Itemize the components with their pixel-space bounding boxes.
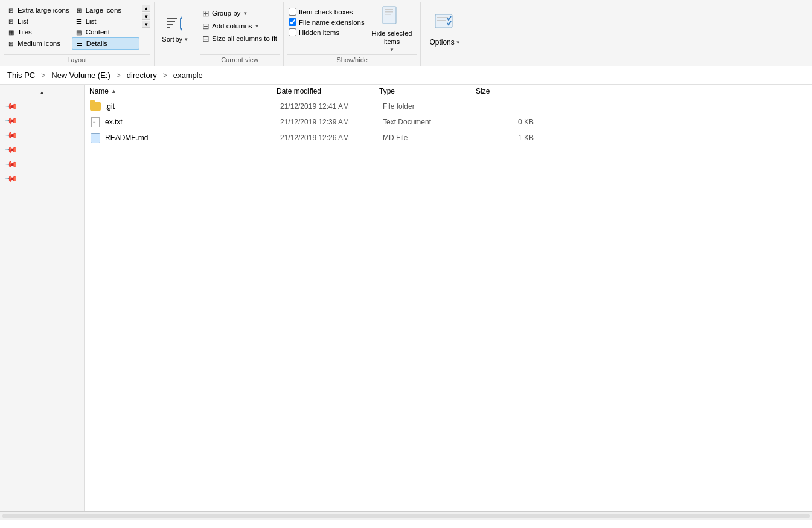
hide-selected-button[interactable]: Hide selecteditems ▼ [367,5,417,53]
group-by-button[interactable]: ⊞ Group by ▼ [200,7,280,19]
col-header-name[interactable]: Name ▲ [89,87,277,95]
file-list-container: Name ▲ Date modified Type Size .git 21/1… [85,85,812,511]
svg-rect-0 [167,18,177,19]
options-button[interactable]: Options ▼ [424,5,465,53]
left-sidebar: ▲ 📌 📌 📌 📌 📌 📌 [0,85,85,511]
file-name-extensions-checkbox[interactable] [289,18,296,26]
svg-rect-1 [167,21,175,22]
group-by-icon: ⊞ [202,8,209,18]
show-hide-section: Item check boxes File name extensions Hi… [284,2,421,66]
cv-content: ⊞ Group by ▼ ⊟ Add columns ▼ ⊟ Size all … [200,4,280,54]
col-header-date[interactable]: Date modified [277,87,379,95]
add-columns-button[interactable]: ⊟ Add columns ▼ [200,20,280,32]
file-icon-git [89,100,101,112]
list-icon: ☰ [74,16,84,26]
pin-icon-4: 📌 [4,142,18,156]
add-columns-icon: ⊟ [202,21,209,31]
file-size-readme: 1 KB [479,134,534,142]
sidebar-scroll-up: ▲ [2,89,82,95]
options-svg [433,12,457,36]
hidden-items-checkbox[interactable] [289,28,296,36]
sh-checkboxes: Item check boxes File name extensions Hi… [287,5,366,37]
ribbon: ⊞ Extra large icons ⊞ Large icons ⊞ List… [0,0,812,66]
svg-rect-6 [180,19,181,28]
medium-icons-icon: ⊞ [6,39,16,48]
layout-list[interactable]: ☰ List [72,16,140,27]
options-label-area: Options ▼ [429,38,460,47]
cv-items: ⊞ Group by ▼ ⊟ Add columns ▼ ⊟ Size all … [200,5,280,45]
layout-grid: ⊞ Extra large icons ⊞ Large icons ⊞ List… [4,5,139,50]
cv-label: Current view [200,54,280,65]
item-check-boxes-checkbox[interactable] [289,8,296,16]
layout-content[interactable]: ▤ Content [72,27,140,37]
scroll-up-btn[interactable]: ▲ [142,5,150,12]
svg-rect-10 [385,14,391,15]
layout-large-icons[interactable]: ⊞ Large icons [72,5,140,16]
layout-details[interactable]: ☰ Details [72,37,140,50]
md-icon [91,133,100,143]
file-name-git: .git [105,102,280,111]
layout-content: ⊞ Extra large icons ⊞ Large icons ⊞ List… [4,4,150,54]
breadcrumb: This PC > New Volume (E:) > directory > … [0,66,812,85]
file-date-readme: 21/12/2019 12:26 AM [280,134,383,142]
small-icons-icon: ⊞ [6,16,16,26]
breadcrumb-this-pc[interactable]: This PC [5,69,37,81]
file-type-readme: MD File [383,134,479,142]
sort-label: Sort [162,36,174,43]
layout-medium-icons[interactable]: ⊞ Medium icons [4,37,72,50]
sidebar-pin-4[interactable]: 📌 [2,143,82,156]
bottom-scrollbar[interactable] [0,511,812,520]
svg-rect-12 [437,17,448,18]
sidebar-pin-2[interactable]: 📌 [2,114,82,127]
sort-label2: by [176,36,183,43]
breadcrumb-new-volume[interactable]: New Volume (E:) [49,69,113,81]
current-view-section: ⊞ Group by ▼ ⊟ Add columns ▼ ⊟ Size all … [196,2,284,66]
pin-icon-5: 📌 [4,156,18,170]
col-header-size[interactable]: Size [476,87,530,95]
sort-button[interactable]: Sort by ▼ [158,5,192,53]
layout-tiles[interactable]: ▦ Tiles [4,27,72,37]
file-type-git: File folder [383,102,479,111]
sidebar-pin-5[interactable]: 📌 [2,157,82,170]
extra-large-icons-icon: ⊞ [6,5,16,15]
file-date-extxt: 21/12/2019 12:39 AM [280,118,383,126]
file-name-extxt: ex.txt [105,118,280,126]
breadcrumb-example[interactable]: example [171,69,205,81]
breadcrumb-directory[interactable]: directory [124,69,159,81]
txt-icon [91,117,100,127]
sidebar-pin-3[interactable]: 📌 [2,128,82,141]
scroll-down-btn[interactable]: ▼ [142,13,150,20]
scroll-more-btn[interactable]: ▼ [142,21,150,28]
options-icon [432,11,458,37]
file-name-extensions-item: File name extensions [287,18,366,27]
file-type-extxt: Text Document [383,118,479,126]
hide-selected-label: Hide selecteditems [372,30,412,45]
col-header-type[interactable]: Type [379,87,476,95]
sidebar-pin-6[interactable]: 📌 [2,172,82,185]
file-row-readme[interactable]: README.md 21/12/2019 12:26 AM MD File 1 … [85,130,812,146]
layout-small-icons[interactable]: ⊞ List [4,16,72,27]
sh-content: Item check boxes File name extensions Hi… [287,4,417,54]
svg-marker-5 [180,28,182,31]
sort-icon [165,15,185,34]
size-all-columns-button[interactable]: ⊟ Size all columns to fit [200,33,280,45]
svg-rect-3 [167,27,170,28]
file-row-git[interactable]: .git 21/12/2019 12:41 AM File folder [85,98,812,114]
pin-icon-2: 📌 [4,113,18,127]
sidebar-chevron-up[interactable]: ▲ [39,89,45,95]
options-arrow: ▼ [456,40,461,45]
hide-selected-arrow: ▼ [389,47,394,53]
svg-rect-13 [437,20,446,21]
sh-label: Show/hide [287,54,417,65]
folder-icon [90,102,101,111]
size-all-icon: ⊟ [202,34,209,43]
svg-marker-4 [180,16,182,19]
file-row-extxt[interactable]: ex.txt 21/12/2019 12:39 AM Text Document… [85,114,812,130]
scrollbar-track[interactable] [2,514,810,518]
sidebar-pin-1[interactable]: 📌 [2,99,82,112]
hide-selected-svg [382,5,402,28]
tiles-icon: ▦ [6,27,16,37]
layout-extra-large-icons[interactable]: ⊞ Extra large icons [4,5,72,16]
pin-icon-3: 📌 [4,127,18,141]
main-area: ▲ 📌 📌 📌 📌 📌 📌 Name ▲ Date m [0,85,812,511]
